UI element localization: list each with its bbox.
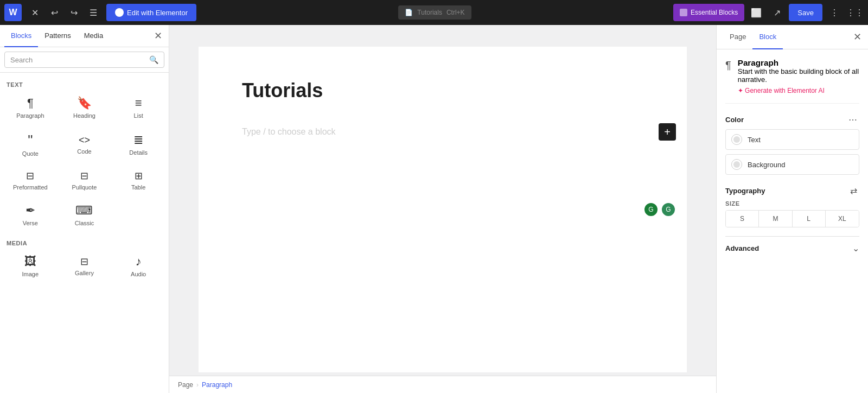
- canvas-page: Tutorials G G Type / to choose a block +: [199, 47, 687, 372]
- code-icon: <>: [79, 135, 90, 145]
- right-panel: Page Block ✕ ¶ Paragraph Start with the …: [716, 25, 868, 393]
- panel-close-button[interactable]: ✕: [853, 31, 861, 43]
- avatar-2: G: [661, 202, 676, 217]
- block-heading[interactable]: 🔖 Heading: [59, 90, 111, 124]
- search-icon: 🔍: [149, 55, 158, 64]
- color-text-row[interactable]: Text: [725, 129, 859, 150]
- tab-block[interactable]: Block: [752, 25, 783, 49]
- breadcrumb-page[interactable]: Page: [178, 381, 193, 389]
- advanced-title: Advanced: [725, 244, 759, 252]
- text-color-label: Text: [748, 136, 761, 144]
- tutorials-search-button[interactable]: 📄 Tutorials Ctrl+K: [398, 5, 471, 20]
- pullquote-label: Pullquote: [72, 184, 97, 191]
- media-section-label: MEDIA: [4, 236, 164, 249]
- color-section-more-button[interactable]: ⋯: [846, 115, 859, 125]
- sidebar-close-button[interactable]: ✕: [152, 28, 164, 44]
- color-background-row[interactable]: Background: [725, 154, 859, 175]
- breadcrumb-current[interactable]: Paragraph: [202, 381, 232, 389]
- save-button[interactable]: Save: [789, 4, 822, 21]
- block-code[interactable]: <> Code: [59, 126, 111, 162]
- settings-button[interactable]: ⋮: [826, 4, 843, 21]
- essential-blocks-button[interactable]: Essential Blocks: [673, 4, 744, 21]
- code-label: Code: [77, 148, 91, 155]
- block-info-text: Paragraph Start with the basic building …: [738, 58, 859, 94]
- avatar-1: G: [643, 202, 659, 217]
- block-verse[interactable]: ✒ Verse: [4, 198, 56, 231]
- list-view-button[interactable]: ☰: [85, 4, 102, 21]
- block-paragraph[interactable]: ¶ Paragraph: [4, 90, 56, 124]
- advanced-section[interactable]: Advanced ⌄: [725, 236, 859, 260]
- block-image[interactable]: 🖼 Image: [4, 249, 56, 282]
- tab-patterns[interactable]: Patterns: [38, 25, 77, 47]
- paragraph-icon: ¶: [27, 97, 34, 109]
- quote-icon: ": [28, 133, 33, 147]
- canvas-scroll: Tutorials G G Type / to choose a block +: [169, 25, 716, 376]
- undo-button[interactable]: ↩: [46, 4, 63, 21]
- color-section-title: Color: [725, 116, 744, 124]
- audio-icon: ♪: [136, 256, 142, 268]
- block-audio[interactable]: ♪ Audio: [112, 249, 164, 282]
- block-placeholder[interactable]: Type / to choose a block: [242, 118, 643, 145]
- edit-elementor-button[interactable]: Edit with Elementor: [106, 4, 196, 21]
- text-color-circle: [731, 134, 742, 145]
- tab-blocks[interactable]: Blocks: [4, 25, 38, 47]
- doc-icon: 📄: [405, 9, 413, 16]
- block-preformatted[interactable]: ⊟ Preformatted: [4, 164, 56, 195]
- block-info: ¶ Paragraph Start with the basic buildin…: [725, 58, 859, 104]
- block-details[interactable]: ≣ Details: [112, 126, 164, 162]
- quote-label: Quote: [22, 150, 39, 157]
- audio-label: Audio: [131, 271, 146, 277]
- media-blocks-grid: 🖼 Image ⊟ Gallery ♪ Audio: [4, 249, 164, 282]
- verse-icon: ✒: [25, 205, 35, 217]
- size-s-button[interactable]: S: [726, 211, 759, 227]
- block-quote[interactable]: " Quote: [4, 126, 56, 162]
- block-wrapper: Type / to choose a block +: [242, 118, 643, 145]
- breadcrumb-separator: ›: [196, 381, 199, 389]
- list-label: List: [134, 112, 143, 119]
- ai-avatars: G G: [643, 202, 676, 217]
- desktop-view-button[interactable]: ⬜: [748, 4, 765, 21]
- color-section-header: Color ⋯: [725, 112, 859, 129]
- paragraph-block-icon: ¶: [725, 59, 731, 72]
- block-pullquote[interactable]: ⊟ Pullquote: [59, 164, 111, 195]
- top-bar: W ✕ ↩ ↪ ☰ Edit with Elementor 📄 Tutorial…: [0, 0, 868, 25]
- block-table[interactable]: ⊞ Table: [112, 164, 164, 195]
- preformatted-icon: ⊟: [26, 171, 34, 181]
- heading-label: Heading: [73, 112, 95, 119]
- table-label: Table: [131, 184, 145, 191]
- preformatted-label: Preformatted: [13, 184, 48, 191]
- details-label: Details: [129, 149, 148, 156]
- classic-icon: ⌨: [75, 205, 93, 217]
- sidebar-tabs: Blocks Patterns Media ✕: [0, 25, 169, 47]
- tab-page[interactable]: Page: [723, 25, 752, 49]
- canvas-area: Tutorials G G Type / to choose a block +…: [169, 25, 716, 393]
- search-area: 🔍: [0, 47, 169, 73]
- generate-with-ai-link[interactable]: ✦ Generate with Elementor AI: [738, 87, 859, 94]
- size-m-button[interactable]: M: [759, 211, 792, 227]
- color-section: Color ⋯ Text Background: [725, 112, 859, 175]
- add-block-button[interactable]: +: [659, 123, 676, 141]
- block-list[interactable]: ≡ List: [112, 90, 164, 124]
- typography-section-header: Typography ⇄: [725, 183, 859, 200]
- more-button[interactable]: ⋮⋮: [846, 4, 864, 21]
- close-sidebar-button[interactable]: ✕: [26, 4, 43, 21]
- breadcrumb-bar: Page › Paragraph: [169, 376, 716, 393]
- block-name-heading: Paragraph: [738, 58, 859, 67]
- redo-button[interactable]: ↪: [65, 4, 82, 21]
- blocks-content: TEXT ¶ Paragraph 🔖 Heading ≡ List " Quot…: [0, 73, 169, 393]
- external-link-button[interactable]: ↗: [768, 4, 786, 21]
- size-buttons: S M L XL: [725, 210, 859, 227]
- classic-label: Classic: [75, 220, 94, 226]
- heading-icon: 🔖: [77, 97, 92, 109]
- typography-section-more-button[interactable]: ⇄: [848, 186, 859, 196]
- wp-logo-icon[interactable]: W: [4, 4, 22, 21]
- text-section-label: TEXT: [4, 77, 164, 90]
- search-input[interactable]: [10, 56, 145, 64]
- size-l-button[interactable]: L: [793, 211, 826, 227]
- left-sidebar: Blocks Patterns Media ✕ 🔍 TEXT ¶ Paragra…: [0, 25, 169, 393]
- block-classic[interactable]: ⌨ Classic: [59, 198, 111, 231]
- block-gallery[interactable]: ⊟ Gallery: [59, 249, 111, 282]
- table-icon: ⊞: [135, 171, 143, 181]
- tab-media[interactable]: Media: [78, 25, 110, 47]
- size-xl-button[interactable]: XL: [826, 211, 859, 227]
